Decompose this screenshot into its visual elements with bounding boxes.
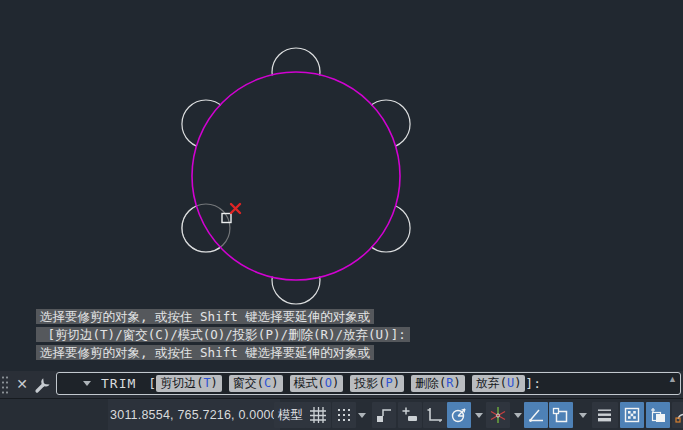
isodraft-dropdown-icon[interactable] — [511, 402, 524, 428]
polar-dropdown-icon[interactable] — [472, 402, 485, 428]
option-erase[interactable]: 删除(R) — [411, 375, 465, 392]
polar-tracking-icon — [450, 406, 468, 424]
history-line: 选择要修剪的对象, 或按住 Shift 键选择要延伸的对象或 — [36, 309, 374, 324]
infer-constraints-icon — [375, 406, 393, 424]
object-snap-button[interactable] — [549, 402, 573, 428]
option-cutting-edges[interactable]: 剪切边(T) — [156, 375, 222, 392]
history-line: 选择要修剪的对象, 或按住 Shift 键选择要延伸的对象或 — [36, 345, 374, 360]
isometric-drafting-button[interactable] — [486, 402, 510, 428]
grid-icon — [309, 406, 327, 424]
grid-display-button[interactable] — [305, 402, 331, 428]
transparency-icon — [623, 406, 641, 424]
polar-tracking-button[interactable] — [447, 402, 471, 428]
wrench-icon[interactable] — [33, 375, 53, 395]
transparency-button[interactable] — [620, 402, 644, 428]
drag-grip-handle[interactable] — [1, 375, 9, 394]
snap-mode-button[interactable] — [332, 402, 356, 428]
object-snap-tracking-button[interactable] — [524, 402, 548, 428]
osnap-tracking-icon — [527, 406, 545, 424]
lineweight-button[interactable] — [592, 402, 618, 428]
options-bracket-open: [ — [148, 376, 156, 391]
annotation-visibility-button[interactable] — [672, 402, 683, 428]
snap-dropdown-icon[interactable] — [355, 402, 368, 428]
ortho-mode-button[interactable] — [423, 402, 447, 428]
status-bar: 3011.8554, 765.7216, 0.0000 模型 — [0, 398, 683, 430]
command-input-line[interactable]: TRIM [ 剪切边(T) 窗交(C) 模式(O) 投影(P) 删除(R) 放弃… — [56, 372, 681, 395]
object-snap-icon — [552, 406, 570, 424]
command-history-overlay: 选择要修剪的对象, 或按住 Shift 键选择要延伸的对象或 [剪切边(T)/窗… — [36, 309, 410, 363]
active-command-name: TRIM — [101, 376, 136, 391]
command-bar: ✕ TRIM [ 剪切边(T) 窗交(C) 模式(O) 投影(P) 删除(R) … — [0, 371, 683, 398]
isodraft-icon — [489, 406, 507, 424]
history-scroll-up-icon[interactable]: ▲ — [668, 374, 677, 384]
annotation-visibility-icon — [675, 406, 683, 424]
infer-constraints-button[interactable] — [372, 402, 396, 428]
option-undo[interactable]: 放弃(U) — [472, 375, 526, 392]
close-icon[interactable]: ✕ — [12, 374, 32, 394]
selection-cycling-button[interactable] — [646, 402, 670, 428]
coordinates-readout[interactable]: 3011.8554, 765.7216, 0.0000 — [108, 399, 280, 430]
snap-grid-dots-icon — [336, 407, 352, 423]
model-space-button[interactable]: 模型 — [274, 402, 307, 428]
option-mode[interactable]: 模式(O) — [290, 375, 344, 392]
selection-cycling-icon — [649, 406, 667, 424]
history-line: [剪切边(T)/窗交(C)/模式(O)/投影(P)/删除(R)/放弃(U)]: — [36, 327, 410, 342]
dynamic-input-button[interactable] — [398, 402, 422, 428]
command-dropdown-icon[interactable] — [83, 381, 91, 386]
dynamic-input-icon — [401, 406, 419, 424]
option-crossing[interactable]: 窗交(C) — [229, 375, 283, 392]
lineweight-icon — [596, 406, 614, 424]
autocad-window: 选择要修剪的对象, 或按住 Shift 键选择要延伸的对象或 [剪切边(T)/窗… — [0, 0, 683, 430]
option-project[interactable]: 投影(P) — [350, 375, 404, 392]
options-bracket-close: ]: — [525, 376, 541, 391]
ortho-icon — [426, 406, 444, 424]
object-snap-dropdown-icon[interactable] — [576, 402, 589, 428]
